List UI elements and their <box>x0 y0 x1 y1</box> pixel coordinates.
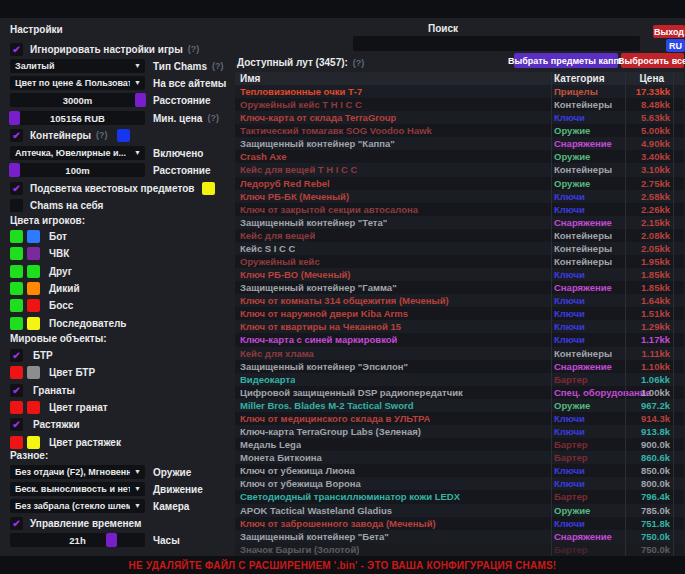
table-row[interactable]: Кейс для вещей T H I C CКонтейнеры3.10kk <box>235 163 684 176</box>
language-button[interactable]: RU <box>666 39 685 52</box>
table-row[interactable]: Ключ-карта от склада TerraGroupКлючи5.63… <box>235 111 684 124</box>
table-row[interactable]: Защищенный контейнер "Каппа"Снаряжение4.… <box>235 137 684 150</box>
table-row[interactable]: Монета БиткоинаБартер860.6k <box>235 451 684 464</box>
world-checkbox-row[interactable]: Гранаты <box>10 382 234 399</box>
table-row[interactable]: Кейс S I C CКонтейнеры2.05kk <box>235 242 684 255</box>
table-row[interactable]: Ключ от закрытой секции автосалонаКлючи2… <box>235 203 684 216</box>
min-price-slider[interactable]: 105156 RUB <box>10 111 145 125</box>
checkbox-icon[interactable] <box>10 418 23 431</box>
table-row[interactable]: Crash AxeОружие3.40kk <box>235 150 684 163</box>
checkbox-icon[interactable] <box>10 43 23 56</box>
table-row[interactable]: ВидеокартаБартер1.06kk <box>235 373 684 386</box>
help-hint[interactable]: (?) <box>212 61 224 71</box>
table-row[interactable]: Ключ РБ-БК (Меченый)Ключи2.58kk <box>235 190 684 203</box>
search-input[interactable] <box>353 39 640 54</box>
containers-row[interactable]: Контейнеры (?) <box>10 128 234 142</box>
checkbox-icon[interactable] <box>10 349 23 362</box>
ignore-game-settings-row[interactable]: Игнорировать настройки игры (?) <box>10 42 234 56</box>
color-swatch[interactable] <box>27 282 40 295</box>
slider-handle[interactable] <box>9 163 20 177</box>
table-row[interactable]: Защищенный контейнер "Гамма"Снаряжение1.… <box>235 281 684 294</box>
help-hint[interactable]: (?) <box>353 58 365 68</box>
table-row[interactable]: Кейс для хламаКонтейнеры1.11kk <box>235 347 684 360</box>
color-swatch[interactable] <box>10 317 23 330</box>
table-row[interactable]: Оружейный кейс T H I C CКонтейнеры8.48kk <box>235 98 684 111</box>
color-swatch[interactable] <box>27 265 40 278</box>
color-swatch[interactable] <box>10 265 23 278</box>
table-row[interactable]: Ключ РБ-ВО (Меченый)Ключи1.85kk <box>235 268 684 281</box>
search-box[interactable] <box>353 36 640 51</box>
color-swatch[interactable] <box>10 436 23 449</box>
table-row[interactable]: Защищенный контейнер "Тета"Снаряжение2.1… <box>235 216 684 229</box>
table-row[interactable]: Кейс для вещейКонтейнеры2.08kk <box>235 229 684 242</box>
containers-distance-slider[interactable]: 100m <box>10 163 145 177</box>
checkbox-icon[interactable] <box>10 199 23 212</box>
color-swatch[interactable] <box>10 230 23 243</box>
table-row[interactable]: Ключ от убежища ЛионаКлючи850.0k <box>235 464 684 477</box>
color-swatch[interactable] <box>10 247 23 260</box>
color-swatch[interactable] <box>27 366 40 379</box>
hours-slider[interactable]: 21h <box>10 533 145 547</box>
table-row[interactable]: Защищенный контейнер "Эпсилон"Снаряжение… <box>235 360 684 373</box>
help-hint[interactable]: (?) <box>207 113 219 123</box>
containers-color-swatch[interactable] <box>117 129 130 142</box>
color-swatch[interactable] <box>27 436 40 449</box>
column-header-price[interactable]: Цена <box>639 72 664 85</box>
color-swatch[interactable] <box>27 317 40 330</box>
time-control-row[interactable]: Управление временем <box>10 516 234 530</box>
checkbox-icon[interactable] <box>10 384 23 397</box>
color-mode-dropdown[interactable]: Цвет по цене & Пользователь ▼ <box>10 76 145 90</box>
table-row[interactable]: Ключ от наружной двери Kiba ArmsКлючи1.5… <box>235 307 684 320</box>
table-right-edge[interactable] <box>673 72 674 556</box>
camera-dropdown[interactable]: Без забрала (стекло шлема) ▼ <box>10 499 145 513</box>
table-row[interactable]: Тактический томагавк SOG Voodoo HawkОруж… <box>235 124 684 137</box>
drop-all-button[interactable]: Выбросить все <box>621 53 684 68</box>
quest-color-swatch[interactable] <box>202 182 215 195</box>
color-swatch[interactable] <box>27 230 40 243</box>
color-swatch[interactable] <box>10 299 23 312</box>
containers-filter-dropdown[interactable]: Аптечка, Ювелирные и... ▼ <box>10 146 145 160</box>
table-row[interactable]: Тепловизионные очки Т-7Прицелы17.33kk <box>235 85 684 98</box>
table-row[interactable]: APOK Tactical Wasteland GladiusОружие785… <box>235 504 684 517</box>
chams-type-dropdown[interactable]: Залитый ▼ <box>10 59 145 73</box>
slider-handle[interactable] <box>106 533 117 547</box>
table-row[interactable]: Miller Bros. Blades M-2 Tactical SwordОр… <box>235 399 684 412</box>
checkbox-icon[interactable] <box>10 517 23 530</box>
slider-handle[interactable] <box>9 111 20 125</box>
table-row[interactable]: Значок Барыги (Золотой)Бартер750.0k <box>235 543 684 556</box>
help-hint[interactable]: (?) <box>188 44 200 54</box>
column-header-category[interactable]: Категория <box>554 72 604 85</box>
slider-handle[interactable] <box>135 93 146 107</box>
table-row[interactable]: Светодиодный трансиллюминатор кожи LEDXБ… <box>235 490 684 503</box>
table-row[interactable]: Ключ-карта с синей маркировкойКлючи1.17k… <box>235 333 684 346</box>
table-row[interactable]: Ледоруб Red RebelОружие2.75kk <box>235 177 684 190</box>
color-swatch[interactable] <box>27 299 40 312</box>
select-kappa-items-button[interactable]: Выбрать предметы каппа <box>514 53 618 68</box>
chams-self-row[interactable]: Chams на себя <box>10 198 234 212</box>
checkbox-icon[interactable] <box>10 182 23 195</box>
table-row[interactable]: Ключ от заброшенного завода (Меченый)Клю… <box>235 517 684 530</box>
table-row[interactable]: Ключ от комнаты 314 общежития (Меченый)К… <box>235 294 684 307</box>
quest-highlight-row[interactable]: Подсветка квестовых предметов <box>10 181 234 195</box>
help-hint[interactable]: (?) <box>96 130 108 140</box>
table-row[interactable]: Оружейный кейсКонтейнеры1.95kk <box>235 255 684 268</box>
table-row[interactable]: Ключ от медицинского склада в УЛЬТРАКлюч… <box>235 412 684 425</box>
color-swatch[interactable] <box>10 366 23 379</box>
weapon-dropdown[interactable]: Без отдачи (F2), Мгновенное п ▼ <box>10 465 145 479</box>
table-row[interactable]: Ключ-карта TerraGroup Labs (Зеленая)Ключ… <box>235 425 684 438</box>
table-row[interactable]: Цифровой защищенный DSP радиопередатчикС… <box>235 386 684 399</box>
world-checkbox-row[interactable]: БТР <box>10 347 234 364</box>
color-swatch[interactable] <box>27 247 40 260</box>
color-swatch[interactable] <box>10 401 23 414</box>
color-swatch[interactable] <box>10 282 23 295</box>
table-row[interactable]: Защищенный контейнер "Бета"Снаряжение750… <box>235 530 684 543</box>
movement-dropdown[interactable]: Беск. выносливость и нет уста ▼ <box>10 482 145 496</box>
column-header-name[interactable]: Имя <box>240 72 260 85</box>
world-checkbox-row[interactable]: Растяжки <box>10 416 234 433</box>
distance-slider[interactable]: 3000m <box>10 93 145 107</box>
table-row[interactable]: Ключ от квартиры на Чеканной 15Ключи1.29… <box>235 320 684 333</box>
table-row[interactable]: Медаль LegaБартер900.0k <box>235 438 684 451</box>
exit-button[interactable]: Выход <box>653 25 685 38</box>
table-row[interactable]: Ключ от убежища ВоронаКлючи800.0k <box>235 477 684 490</box>
checkbox-icon[interactable] <box>10 129 23 142</box>
